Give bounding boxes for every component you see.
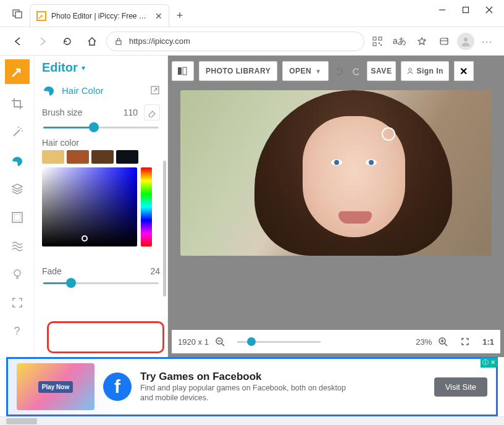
svg-rect-9 (373, 43, 376, 46)
close-panel-button[interactable]: ✕ (454, 61, 474, 81)
url-text: https://ipiccy.com (129, 36, 190, 46)
svg-point-17 (20, 128, 22, 129)
layers-icon[interactable] (4, 177, 31, 201)
refresh-button[interactable] (57, 31, 78, 52)
zoom-slider[interactable] (237, 336, 321, 347)
brush-size-label: Brush size (42, 107, 82, 117)
maximize-button[interactable] (462, 6, 469, 14)
ad-thumbnail[interactable]: Play Now (17, 363, 94, 410)
fullscreen-icon[interactable] (4, 290, 31, 315)
fit-screen-button[interactable] (460, 337, 476, 347)
canvas-toolbar: PHOTO LIBRARY OPEN▼ SAVE Sign In ✕ (172, 59, 500, 83)
redo-button[interactable] (351, 67, 362, 75)
swatch-auburn[interactable] (67, 150, 89, 164)
tool-rail: ? (0, 56, 35, 357)
ad-text: Try Games on Facebook Find and play popu… (140, 371, 426, 403)
ipiccy-app: ? Editor ▾ Hair Color Brush size 110 Hai… (0, 56, 504, 357)
brush-size-slider[interactable] (43, 122, 159, 133)
texture-icon[interactable] (4, 234, 31, 258)
swatch-brown[interactable] (91, 150, 114, 164)
canvas-image[interactable] (180, 90, 492, 256)
collections-icon[interactable]: + (435, 32, 453, 51)
eraser-button[interactable] (144, 104, 160, 120)
frame-icon[interactable] (4, 205, 31, 230)
svg-text:+: + (424, 37, 426, 41)
svg-rect-6 (116, 41, 121, 44)
favorite-icon[interactable]: + (413, 32, 431, 51)
profile-avatar[interactable] (457, 33, 474, 50)
tab-well: Photo Editor | iPiccy: Free Online ✕ + (0, 0, 190, 27)
address-bar: https://ipiccy.com aあ + + ··· (0, 27, 504, 56)
hair-color-label: Hair color (35, 133, 167, 150)
ipiccy-favicon (36, 11, 46, 21)
sign-in-button[interactable]: Sign In (401, 61, 449, 81)
qr-icon[interactable] (368, 32, 387, 51)
horizontal-scrollbar[interactable] (0, 416, 504, 425)
svg-rect-10 (379, 43, 380, 44)
svg-rect-25 (183, 67, 187, 75)
hair-silhouette-icon (42, 83, 56, 97)
ad-close-badge[interactable]: ⓘ ✕ (481, 358, 497, 368)
svg-point-22 (14, 270, 20, 276)
compare-toggle[interactable] (172, 61, 194, 81)
ad-banner: Play Now f Try Games on Facebook Find an… (6, 357, 498, 416)
fade-row: Fade 24 (35, 260, 167, 277)
ad-sub: Find and play popular games on Facebook,… (140, 383, 350, 403)
svg-rect-24 (178, 67, 182, 75)
crop-tool-icon[interactable] (4, 91, 31, 116)
ipiccy-logo[interactable] (5, 59, 30, 84)
magic-wand-icon[interactable] (4, 120, 31, 145)
svg-rect-11 (380, 44, 382, 46)
address-bar-actions: aあ + + ··· (368, 32, 497, 51)
minimize-button[interactable] (439, 6, 446, 14)
zoom-out-button[interactable] (215, 337, 231, 347)
tool-panel: Editor ▾ Hair Color Brush size 110 Hair … (35, 56, 168, 357)
tool-header: Hair Color (35, 80, 167, 101)
browser-tab[interactable]: Photo Editor | iPiccy: Free Online ✕ (30, 4, 169, 27)
swatch-black[interactable] (116, 150, 138, 164)
photo-library-button[interactable]: PHOTO LIBRARY (199, 61, 277, 81)
undo-button[interactable] (334, 67, 345, 75)
editor-title: Editor (42, 61, 78, 75)
picker-cursor (82, 235, 88, 242)
fade-label: Fade (42, 266, 62, 276)
hue-slider[interactable] (141, 167, 152, 246)
panel-scrollbar[interactable] (163, 161, 166, 297)
swatch-blonde[interactable] (42, 150, 64, 164)
tab-close-icon[interactable]: ✕ (155, 11, 162, 21)
svg-point-18 (18, 127, 19, 128)
ad-cta-button[interactable]: Visit Site (434, 377, 487, 397)
url-field[interactable]: https://ipiccy.com (106, 32, 364, 51)
chevron-down-icon: ▾ (82, 64, 85, 72)
new-tab-button[interactable]: + (169, 5, 190, 26)
brush-cursor (382, 127, 395, 141)
zoom-in-button[interactable] (438, 337, 454, 347)
editor-header[interactable]: Editor ▾ (35, 61, 167, 80)
back-button[interactable] (7, 31, 28, 52)
window-close-button[interactable] (485, 6, 493, 14)
home-button[interactable] (82, 31, 103, 52)
svg-point-16 (464, 37, 468, 41)
translate-icon[interactable]: aあ (390, 32, 409, 51)
svg-point-19 (22, 130, 23, 132)
svg-point-26 (409, 69, 412, 72)
canvas-area: PHOTO LIBRARY OPEN▼ SAVE Sign In ✕ 1920 … (168, 56, 504, 357)
svg-rect-3 (463, 7, 469, 13)
retouch-tool-icon[interactable] (4, 148, 31, 173)
saturation-value-field[interactable] (42, 167, 137, 246)
svg-rect-8 (379, 37, 382, 40)
ad-play-label: Play Now (38, 381, 73, 393)
popout-icon[interactable] (150, 85, 160, 95)
fade-slider[interactable] (43, 277, 159, 288)
canvas-statusbar: 1920 x 1 23% 1:1 (172, 330, 500, 353)
lightbulb-icon[interactable] (4, 262, 31, 287)
forward-button[interactable] (32, 31, 53, 52)
open-button[interactable]: OPEN▼ (282, 61, 328, 81)
one-to-one-button[interactable]: 1:1 (482, 337, 494, 347)
help-icon[interactable]: ? (4, 319, 31, 343)
more-menu-button[interactable]: ··· (478, 32, 497, 51)
image-dimensions: 1920 x 1 (178, 337, 209, 347)
svg-rect-20 (12, 212, 22, 222)
tab-manager-button[interactable] (5, 1, 30, 26)
save-button[interactable]: SAVE (367, 61, 397, 81)
